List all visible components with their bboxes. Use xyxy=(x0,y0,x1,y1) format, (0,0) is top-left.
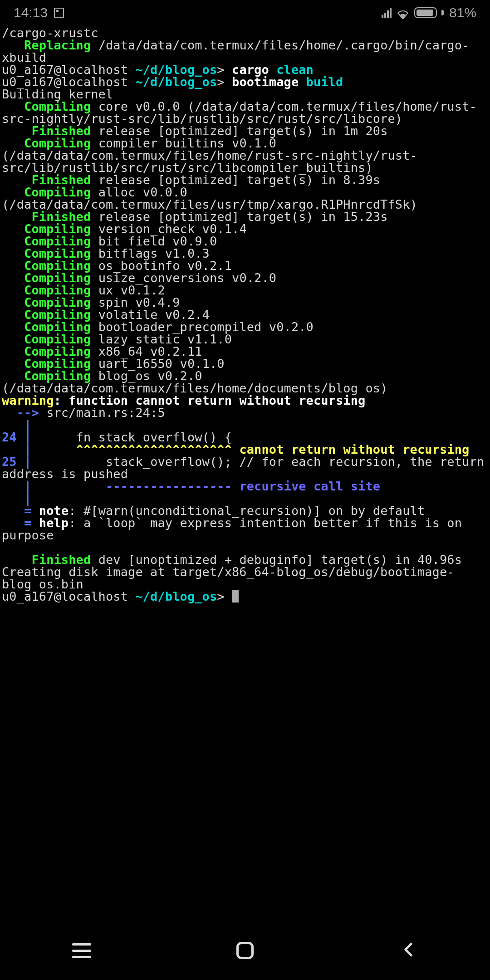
cmd-arg: build xyxy=(306,75,343,89)
notification-icon xyxy=(54,8,64,18)
source-code: stack_overflow(); // for each recursion,… xyxy=(2,455,490,481)
prompt-user: u0_a167@localhost xyxy=(2,589,135,603)
navigation-bar xyxy=(0,921,490,980)
battery-icon xyxy=(414,7,437,18)
recents-button[interactable] xyxy=(70,939,93,962)
terminal[interactable]: /cargo-xrustc Replacing /data/data/com.t… xyxy=(0,25,490,604)
location: src/main.rs:24:5 xyxy=(46,406,165,420)
status-bar: 14:13 81% xyxy=(0,0,490,25)
help-text: : a `loop` may express intention better … xyxy=(2,516,469,542)
output-line: Creating disk image at target/x86_64-blo… xyxy=(2,565,455,591)
cmd: bootimage xyxy=(232,75,306,89)
home-button[interactable] xyxy=(234,939,256,962)
clock: 14:13 xyxy=(14,6,48,20)
status-left: 14:13 xyxy=(14,6,64,20)
signal-icon xyxy=(382,8,392,18)
back-button[interactable] xyxy=(397,939,420,962)
status-right: 81% xyxy=(382,6,476,20)
battery-percent: 81% xyxy=(449,6,476,20)
cursor xyxy=(232,590,239,603)
dash-message: recursive call site xyxy=(239,479,380,493)
prompt-path: ~/d/blog_os xyxy=(135,75,217,89)
prompt-gt: > xyxy=(217,589,232,603)
prompt-path: ~/d/blog_os xyxy=(135,589,217,603)
wifi-icon xyxy=(397,8,409,18)
dash-underline: ----------------- xyxy=(39,479,240,493)
prompt-gt: > xyxy=(217,75,232,89)
